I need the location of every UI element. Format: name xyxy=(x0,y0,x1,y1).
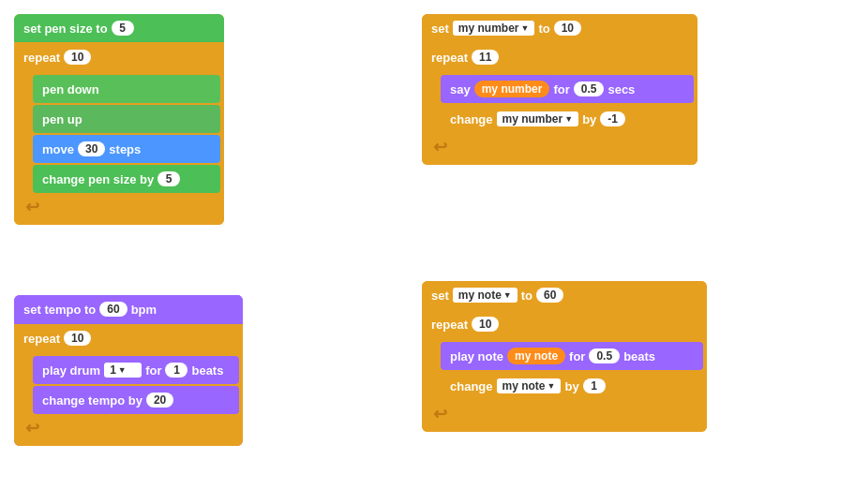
pen-up-block[interactable]: pen up xyxy=(33,105,220,133)
pen-size-change-value[interactable]: 5 xyxy=(158,171,180,186)
change-label-1: change xyxy=(450,112,493,126)
number-change-value[interactable]: -1 xyxy=(600,111,625,126)
repeat1-block[interactable]: repeat 10 xyxy=(14,43,224,71)
for-label-3: for xyxy=(569,349,585,363)
say-label: say xyxy=(450,82,471,96)
repeat2-value[interactable]: 10 xyxy=(64,331,91,346)
say-block[interactable]: say my number for 0.5 secs xyxy=(441,75,694,103)
beats-label-1: beats xyxy=(191,363,223,378)
stack-arrow-4: ↩ xyxy=(426,402,707,426)
set-label-2: set xyxy=(431,289,449,303)
my-number-dropdown[interactable]: my number ▼ xyxy=(453,21,535,36)
group-my-number: set my number ▼ to 10 repeat 11 say xyxy=(422,14,698,165)
secs-label: secs xyxy=(608,82,635,96)
to-label-2: to xyxy=(521,289,532,303)
tempo-value[interactable]: 60 xyxy=(99,302,127,317)
to-label-1: to xyxy=(538,22,549,36)
drum-num-value[interactable]: 1 ▼ xyxy=(104,363,142,378)
note-beats-value[interactable]: 0.5 xyxy=(589,348,620,363)
change-label-2: change xyxy=(450,379,493,393)
play-note-label: play note xyxy=(450,349,503,363)
change-number-block[interactable]: change my number ▼ by -1 xyxy=(441,105,694,133)
pen-up-label: pen up xyxy=(42,112,82,126)
for-label-1: for xyxy=(145,363,161,378)
my-note-var-play[interactable]: my note xyxy=(507,348,565,364)
move-value[interactable]: 30 xyxy=(78,141,105,156)
play-drum-block[interactable]: play drum 1 ▼ for 1 beats xyxy=(33,356,239,384)
stack-arrow-2: ↩ xyxy=(18,416,243,440)
set-my-note-block[interactable]: set my note ▼ to 60 xyxy=(422,281,707,309)
set-my-number-block[interactable]: set my number ▼ to 10 xyxy=(422,14,698,42)
move-label: move xyxy=(42,142,74,156)
repeat1-label: repeat xyxy=(23,51,60,65)
tempo-change-value[interactable]: 20 xyxy=(146,393,173,408)
change-note-block[interactable]: change my note ▼ by 1 xyxy=(441,372,703,400)
repeat3-label: repeat xyxy=(431,51,468,65)
stack-arrow-1: ↩ xyxy=(18,195,224,219)
repeat2-label: repeat xyxy=(23,332,60,346)
move-block[interactable]: move 30 steps xyxy=(33,135,220,163)
my-note-dropdown[interactable]: my note ▼ xyxy=(453,288,518,303)
repeat3-block[interactable]: repeat 11 xyxy=(422,43,698,71)
group-my-note: set my note ▼ to 60 repeat 10 play note xyxy=(422,281,707,432)
group-tempo: set tempo to 60 bpm repeat 10 play drum … xyxy=(14,295,243,446)
change-pen-size-label: change pen size by xyxy=(42,172,154,186)
say-secs-value[interactable]: 0.5 xyxy=(574,82,605,96)
pen-size-value[interactable]: 5 xyxy=(112,21,134,36)
number-init-value[interactable]: 10 xyxy=(554,21,581,36)
by-label-1: by xyxy=(582,112,596,126)
change-tempo-label: change tempo by xyxy=(42,393,142,408)
stack-arrow-3: ↩ xyxy=(426,135,698,159)
my-number-var-say[interactable]: my number xyxy=(474,81,550,97)
repeat2-block[interactable]: repeat 10 xyxy=(14,324,243,352)
repeat4-label: repeat xyxy=(431,318,468,332)
pen-down-block[interactable]: pen down xyxy=(33,75,220,103)
play-note-block[interactable]: play note my note for 0.5 beats xyxy=(441,342,703,370)
steps-label: steps xyxy=(109,142,141,156)
note-change-value[interactable]: 1 xyxy=(583,378,606,393)
set-pen-size-block[interactable]: set pen size to 5 xyxy=(14,14,224,42)
drum-beats-value[interactable]: 1 xyxy=(165,363,188,378)
play-drum-label: play drum xyxy=(42,363,100,378)
scratch-canvas: set pen size to 5 repeat 10 pen down pen… xyxy=(0,0,855,504)
by-label-2: by xyxy=(564,379,578,393)
repeat4-value[interactable]: 10 xyxy=(472,317,499,332)
repeat3-value[interactable]: 11 xyxy=(472,50,499,65)
set-tempo-label: set tempo to xyxy=(23,303,96,317)
set-tempo-block[interactable]: set tempo to 60 bpm xyxy=(14,295,243,323)
set-label-1: set xyxy=(431,22,449,36)
change-tempo-block[interactable]: change tempo by 20 xyxy=(33,386,239,414)
set-pen-size-label: set pen size to xyxy=(23,22,108,36)
pen-down-label: pen down xyxy=(42,82,99,96)
bpm-label: bpm xyxy=(131,303,157,317)
beats-label-2: beats xyxy=(623,349,655,363)
group-pen: set pen size to 5 repeat 10 pen down pen… xyxy=(14,14,224,225)
change-pen-size-block[interactable]: change pen size by 5 xyxy=(33,165,220,193)
my-note-dropdown-2[interactable]: my note ▼ xyxy=(497,378,562,393)
note-init-value[interactable]: 60 xyxy=(536,288,563,303)
my-number-dropdown-2[interactable]: my number ▼ xyxy=(497,111,579,126)
for-label-2: for xyxy=(553,82,569,96)
repeat1-value[interactable]: 10 xyxy=(64,50,91,65)
repeat4-block[interactable]: repeat 10 xyxy=(422,310,707,338)
